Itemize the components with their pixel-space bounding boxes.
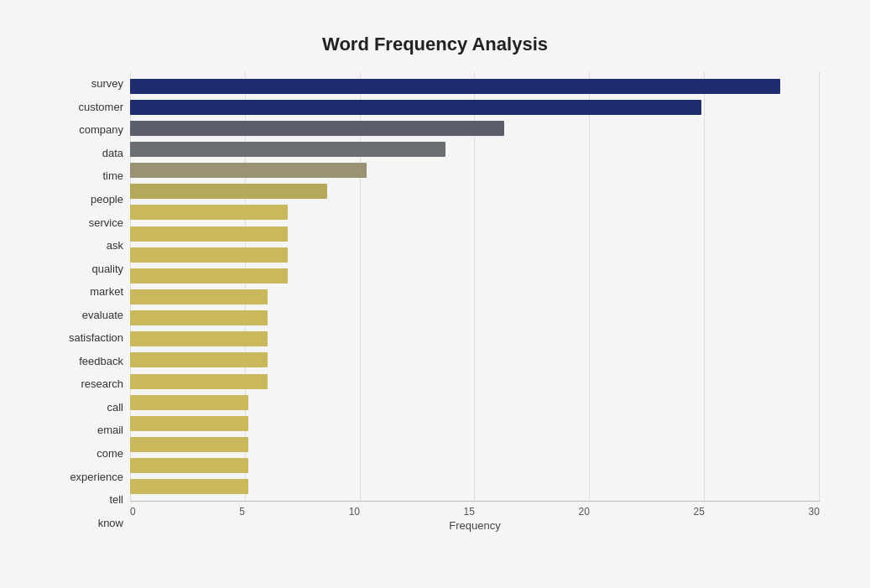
x-tick-label: 30 [809,506,820,518]
y-label: company [79,124,123,135]
y-label: tell [109,494,123,505]
x-tick-label: 25 [694,506,705,518]
y-label: feedback [79,356,123,367]
y-label: quality [91,263,123,274]
bar [130,226,288,242]
bar-row [130,478,820,495]
bar-row [130,457,820,474]
bar [130,205,288,220]
bar-row [130,373,820,390]
chart-area: surveycustomercompanydatatimepeopleservi… [50,72,820,534]
x-tick-labels: 051015202530 [130,502,820,518]
bar [130,416,248,431]
bar [130,479,248,494]
bar-row [130,351,820,368]
bar-row [130,415,820,432]
bar [130,247,288,263]
y-label: evaluate [82,310,123,320]
bar-row [130,268,820,284]
bar [130,331,268,346]
chart-title: Word Frequency Analysis [50,34,820,55]
bar-row [130,183,820,200]
x-axis-title: Frequency [130,519,820,532]
bar-row [130,247,820,263]
bar-row [130,162,820,179]
bar [130,289,268,304]
bar [130,374,268,389]
y-label: come [96,448,123,459]
y-label: email [97,424,123,435]
y-label: ask [107,240,123,251]
y-label: customer [79,101,123,112]
y-label: market [90,286,123,297]
y-label: call [107,402,123,413]
y-label: know [98,518,123,528]
bar [130,79,780,94]
bar [130,121,504,136]
y-label: survey [91,78,123,89]
bar [130,310,268,325]
x-tick-label: 5 [239,506,245,518]
y-labels: surveycustomercompanydatatimepeopleservi… [50,72,130,534]
bar [130,268,288,284]
bar-row [130,310,820,326]
bar [130,395,248,410]
bar-row [130,436,820,453]
bar [130,437,248,452]
bar-row [130,226,820,242]
x-tick-label: 20 [579,506,590,518]
bar [130,458,248,473]
x-tick-label: 15 [464,506,475,518]
bars-and-x: 051015202530 Frequency [130,72,820,534]
y-label: satisfaction [69,332,123,343]
y-label: data [102,148,123,159]
bar-row [130,99,820,116]
y-label: service [89,217,123,228]
x-axis: 051015202530 Frequency [130,501,820,534]
y-label: research [81,378,123,389]
bar-row [130,141,820,158]
y-label: experience [70,471,123,482]
bar [130,163,367,178]
bars-area [130,72,820,501]
bar-row [130,394,820,411]
bar-row [130,204,820,221]
bar [130,352,268,367]
bars-wrapper [130,72,820,501]
x-tick-label: 0 [130,506,136,518]
y-label: time [102,170,123,181]
bar-row [130,330,820,347]
y-label: people [91,194,123,205]
bar-row [130,78,820,95]
bar-row [130,120,820,137]
x-tick-label: 10 [349,506,360,518]
bar [130,100,701,115]
bar [130,142,445,157]
bar [130,184,327,199]
chart-container: Word Frequency Analysis surveycustomerco… [17,17,853,588]
bar-row [130,289,820,305]
